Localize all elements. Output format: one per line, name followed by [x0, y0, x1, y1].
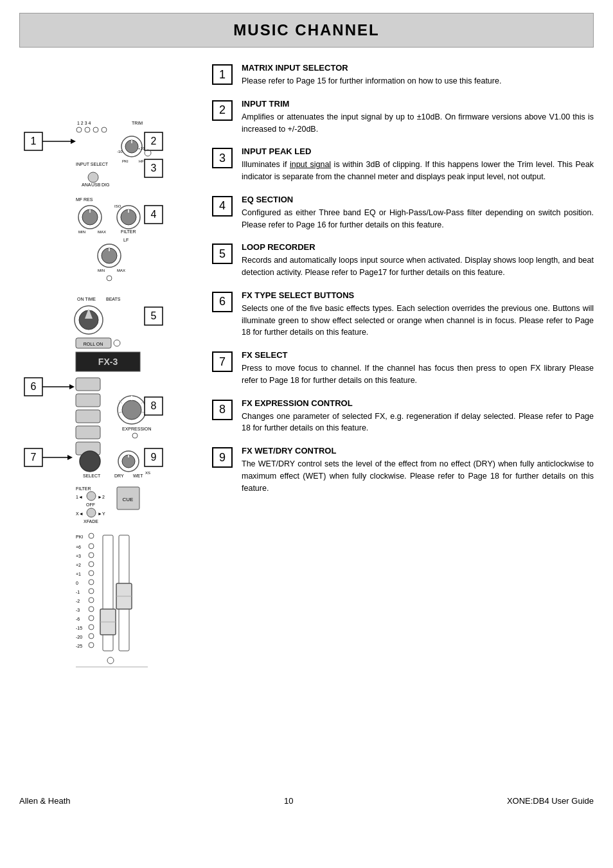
svg-point-44: [107, 276, 112, 281]
svg-text:+1: +1: [76, 572, 81, 576]
svg-point-107: [89, 544, 94, 549]
svg-text:-20: -20: [76, 635, 82, 639]
svg-text:+2: +2: [76, 563, 81, 567]
svg-text:DIG: DIG: [102, 182, 109, 187]
svg-text:INPUT SELECT: INPUT SELECT: [76, 162, 109, 166]
section-3-body: Illuminates if input signal is within 3d…: [242, 159, 594, 183]
section-2-number: 2: [212, 100, 233, 121]
section-1-body: Please refer to Page 15 for further info…: [242, 75, 594, 87]
svg-rect-63: [76, 378, 100, 391]
svg-text:SELECT: SELECT: [83, 474, 101, 478]
svg-text:MAX: MAX: [117, 269, 125, 272]
svg-text:DRY: DRY: [114, 474, 124, 478]
footer-right: XONE:DB4 User Guide: [507, 796, 594, 806]
title-bar: MUSIC CHANNEL: [19, 13, 594, 48]
svg-text:OFF: OFF: [86, 502, 95, 507]
section-3-title: INPUT PEAK LED: [242, 146, 594, 156]
svg-text:FX-3: FX-3: [98, 357, 118, 367]
section-7: 7 FX SELECT Press to move focus to chann…: [212, 350, 594, 387]
section-5-title: LOOP RECORDER: [242, 242, 594, 252]
svg-point-117: [89, 589, 94, 594]
svg-rect-65: [76, 410, 100, 423]
section-3-number: 3: [212, 148, 233, 168]
svg-point-125: [89, 624, 94, 630]
svg-text:MIN: MIN: [98, 269, 105, 272]
svg-text:8: 8: [151, 400, 157, 411]
footer-left: Allen & Heath: [19, 796, 71, 806]
svg-text:CUE: CUE: [123, 497, 134, 502]
svg-text:2: 2: [151, 136, 157, 146]
svg-text:XFADE: XFADE: [84, 519, 98, 524]
section-5-body: Records and automatically loops input so…: [242, 254, 594, 279]
section-9: 9 FX WET/DRY CONTROL The WET/DRY control…: [212, 446, 594, 494]
footer-center: 10: [284, 796, 293, 806]
svg-point-7: [93, 127, 98, 132]
section-7-body: Press to move focus to channel. If the c…: [242, 362, 594, 387]
svg-text:0: 0: [76, 581, 78, 585]
svg-text:PKI: PKI: [122, 159, 129, 163]
section-2-text: INPUT TRIM Amplifies or attenuates the i…: [242, 99, 594, 136]
svg-text:5: 5: [151, 310, 157, 321]
section-8-body: Changes one parameter of selected FX, e.…: [242, 411, 594, 435]
channel-diagram: 1 1 2 3 4 TRIM 2: [19, 63, 199, 770]
svg-point-5: [76, 127, 82, 132]
svg-point-113: [89, 571, 94, 576]
section-7-number: 7: [212, 351, 233, 372]
svg-text:-25: -25: [76, 644, 82, 648]
page: MUSIC CHANNEL 1 1 2 3 4 TRIM: [0, 0, 613, 868]
section-9-text: FX WET/DRY CONTROL The WET/DRY control s…: [242, 446, 594, 494]
svg-text:EXPRESSION: EXPRESSION: [122, 427, 152, 431]
footer: Allen & Heath 10 XONE:DB4 User Guide: [19, 791, 594, 806]
svg-point-119: [89, 598, 94, 603]
svg-rect-64: [76, 394, 100, 407]
section-6-number: 6: [212, 292, 233, 312]
svg-text:LF: LF: [123, 238, 129, 242]
section-8-number: 8: [212, 400, 233, 420]
svg-text:BEATS: BEATS: [106, 297, 121, 301]
svg-text:HF: HF: [139, 159, 144, 163]
svg-point-78: [132, 433, 138, 438]
svg-point-121: [89, 607, 94, 612]
svg-point-83: [80, 451, 100, 472]
svg-point-56: [114, 340, 120, 346]
svg-text:MAX: MAX: [98, 230, 106, 234]
section-2-title: INPUT TRIM: [242, 99, 594, 109]
svg-point-69: [122, 400, 141, 420]
section-5-number: 5: [212, 244, 233, 264]
svg-text:PKI: PKI: [76, 535, 83, 539]
svg-point-95: [87, 492, 96, 500]
section-9-number: 9: [212, 447, 233, 468]
section-5: 5 LOOP RECORDER Records and automaticall…: [212, 242, 594, 279]
svg-text:-2: -2: [76, 599, 80, 603]
section-2: 2 INPUT TRIM Amplifies or attenuates the…: [212, 99, 594, 136]
svg-text:ANA: ANA: [82, 182, 91, 187]
section-6-title: FX TYPE SELECT BUTTONS: [242, 290, 594, 300]
svg-point-123: [89, 616, 94, 621]
section-1-title: MATRIX INPUT SELECTOR: [242, 63, 594, 73]
svg-text:-15: -15: [76, 626, 82, 630]
svg-text:TRIM: TRIM: [132, 121, 143, 125]
svg-point-115: [89, 580, 94, 585]
svg-point-136: [107, 657, 114, 664]
section-1-text: MATRIX INPUT SELECTOR Please refer to Pa…: [242, 63, 594, 87]
section-1: 1 MATRIX INPUT SELECTOR Please refer to …: [212, 63, 594, 87]
svg-text:►2: ►2: [98, 495, 105, 499]
svg-text:+6: +6: [76, 545, 81, 549]
text-column: 1 MATRIX INPUT SELECTOR Please refer to …: [212, 63, 594, 772]
svg-marker-3: [71, 139, 76, 144]
diagram-column: 1 1 2 3 4 TRIM 2: [19, 63, 199, 772]
section-7-text: FX SELECT Press to move focus to channel…: [242, 350, 594, 387]
svg-point-127: [89, 633, 94, 639]
section-6-text: FX TYPE SELECT BUTTONS Selects one of th…: [242, 290, 594, 339]
input-signal-underline: input signal: [290, 160, 331, 169]
section-8-text: FX EXPRESSION CONTROL Changes one parame…: [242, 398, 594, 435]
page-title: MUSIC CHANNEL: [233, 21, 379, 39]
section-8: 8 FX EXPRESSION CONTROL Changes one para…: [212, 398, 594, 435]
section-4-title: EQ SECTION: [242, 195, 594, 204]
svg-text:-6: -6: [76, 617, 80, 621]
svg-text:MIN: MIN: [78, 230, 85, 234]
svg-text:6: 6: [31, 381, 37, 392]
svg-point-111: [89, 562, 94, 567]
svg-text:WET: WET: [133, 474, 143, 478]
svg-text:ON  TIME: ON TIME: [77, 297, 96, 301]
